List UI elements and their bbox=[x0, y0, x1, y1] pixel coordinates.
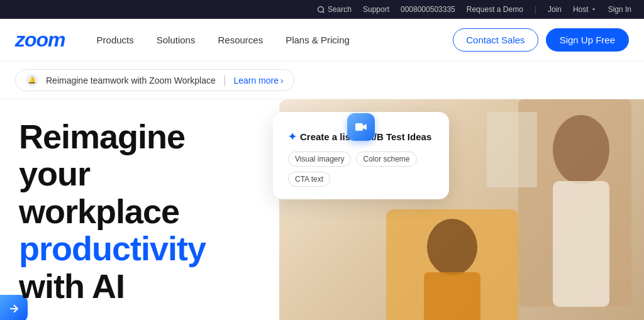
arrow-right-icon: › bbox=[280, 75, 284, 86]
ai-card: ✦ Create a list of A/B Test Ideas Visual… bbox=[273, 112, 449, 199]
join-link[interactable]: Join bbox=[548, 5, 562, 14]
hero-text: Reimagine your workplace productivity wi… bbox=[19, 118, 283, 305]
svg-line-1 bbox=[323, 11, 324, 13]
banner-text: Reimagine teamwork with Zoom Workplace bbox=[46, 75, 216, 86]
sparkle-icon: ✦ bbox=[288, 131, 296, 143]
main-navigation: zoom Products Solutions Resources Plans … bbox=[0, 19, 644, 62]
hero-section: Reimagine your workplace productivity wi… bbox=[0, 99, 644, 320]
tag-cta: CTA text bbox=[288, 172, 330, 187]
zoom-logo[interactable]: zoom bbox=[15, 28, 65, 52]
learn-more-link[interactable]: Learn more › bbox=[233, 75, 283, 86]
banner-inner: 🔔 Reimagine teamwork with Zoom Workplace… bbox=[15, 69, 294, 91]
svg-rect-5 bbox=[487, 112, 537, 187]
arrow-right-icon bbox=[8, 302, 20, 315]
hero-heading: Reimagine your workplace productivity wi… bbox=[19, 118, 283, 305]
person2-illustration bbox=[386, 209, 518, 320]
banner-divider: | bbox=[223, 74, 226, 87]
svg-rect-8 bbox=[424, 272, 480, 320]
divider: | bbox=[535, 5, 536, 14]
phone-number[interactable]: 0008000503335 bbox=[401, 5, 455, 14]
request-demo-link[interactable]: Request a Demo bbox=[467, 5, 523, 14]
nav-solutions[interactable]: Solutions bbox=[145, 19, 207, 62]
signup-button[interactable]: Sign Up Free bbox=[546, 28, 629, 52]
nav-resources[interactable]: Resources bbox=[206, 19, 274, 62]
chevron-down-icon bbox=[591, 6, 597, 13]
search-icon bbox=[317, 6, 325, 14]
svg-point-0 bbox=[318, 6, 324, 12]
tag-visual: Visual imagery bbox=[288, 152, 351, 167]
svg-point-7 bbox=[427, 219, 477, 275]
contact-sales-button[interactable]: Contact Sales bbox=[453, 28, 538, 52]
nav-actions: Contact Sales Sign Up Free bbox=[453, 28, 629, 52]
video-camera-icon bbox=[353, 119, 369, 135]
svg-point-3 bbox=[553, 115, 609, 184]
search-item[interactable]: Search bbox=[317, 5, 352, 14]
ai-tags: Visual imagery Color scheme CTA text bbox=[288, 152, 434, 187]
hero-visual: ✦ Create a list of A/B Test Ideas Visual… bbox=[254, 99, 644, 320]
support-link[interactable]: Support bbox=[363, 5, 389, 14]
nav-links: Products Solutions Resources Plans & Pri… bbox=[86, 19, 453, 62]
signin-link[interactable]: Sign In bbox=[608, 5, 631, 14]
announcement-banner: 🔔 Reimagine teamwork with Zoom Workplace… bbox=[0, 62, 644, 99]
tag-color: Color scheme bbox=[356, 152, 416, 167]
bell-icon: 🔔 bbox=[26, 74, 38, 87]
nav-plans-pricing[interactable]: Plans & Pricing bbox=[274, 19, 361, 62]
host-link[interactable]: Host bbox=[573, 5, 597, 14]
nav-products[interactable]: Products bbox=[86, 19, 145, 62]
svg-rect-4 bbox=[553, 181, 609, 307]
ai-icon-circle bbox=[347, 113, 375, 141]
top-utility-bar: Search Support 0008000503335 Request a D… bbox=[0, 0, 644, 19]
search-label: Search bbox=[328, 5, 352, 14]
